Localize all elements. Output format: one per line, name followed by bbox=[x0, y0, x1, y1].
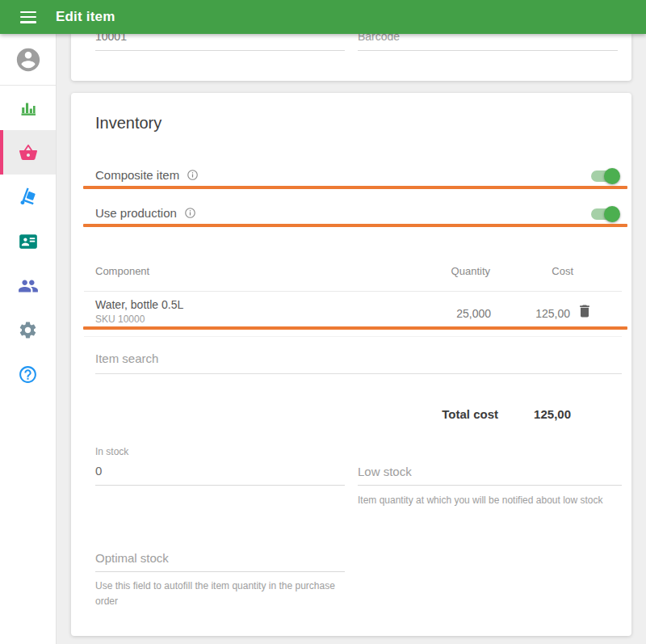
low-stock-underline bbox=[358, 485, 622, 486]
inventory-card: Inventory Composite item Use production bbox=[71, 93, 631, 636]
info-icon[interactable] bbox=[184, 207, 196, 219]
low-stock-helper: Item quantity at which you will be notif… bbox=[358, 493, 636, 508]
bar-chart-icon bbox=[19, 99, 38, 118]
sidebar-item-reports[interactable] bbox=[0, 86, 56, 130]
contact-card-icon bbox=[18, 231, 39, 252]
optimal-stock-underline bbox=[95, 571, 345, 572]
sidebar-item-employees[interactable] bbox=[0, 263, 56, 308]
column-header-component: Component bbox=[95, 265, 149, 277]
component-cost[interactable]: 125,00 bbox=[535, 307, 570, 320]
help-icon bbox=[18, 364, 38, 385]
sidebar-item-inventory-management[interactable] bbox=[0, 175, 56, 219]
gear-icon bbox=[18, 320, 38, 340]
component-sku: SKU 10000 bbox=[95, 314, 145, 325]
column-header-quantity: Quantity bbox=[451, 265, 490, 277]
item-details-card: 10001 Barcode bbox=[71, 34, 631, 81]
annotation-line-production bbox=[83, 224, 627, 227]
item-search-underline bbox=[95, 373, 622, 374]
use-production-toggle[interactable] bbox=[591, 206, 620, 222]
optimal-stock-helper: Use this field to autofill the item quan… bbox=[95, 579, 355, 608]
app-header: Edit item bbox=[0, 0, 646, 34]
in-stock-underline bbox=[95, 485, 345, 486]
main-content: 10001 Barcode Inventory Composite item U… bbox=[57, 34, 646, 644]
annotation-line-composite bbox=[83, 186, 627, 189]
component-quantity[interactable]: 25,000 bbox=[456, 307, 491, 320]
use-production-label: Use production bbox=[95, 206, 177, 220]
low-stock-input[interactable]: Low stock bbox=[358, 465, 412, 478]
page-title: Edit item bbox=[56, 9, 115, 25]
sku-field[interactable]: 10001 bbox=[95, 34, 127, 43]
shopping-basket-icon bbox=[19, 143, 38, 162]
account-circle-icon bbox=[15, 46, 42, 74]
barcode-field-underline bbox=[358, 50, 618, 51]
sidebar-item-items[interactable] bbox=[0, 130, 56, 175]
in-stock-label: In stock bbox=[95, 446, 128, 457]
hamburger-icon[interactable] bbox=[20, 11, 36, 23]
table-divider bbox=[84, 291, 622, 292]
total-cost-label: Total cost bbox=[442, 407, 498, 421]
composite-item-label: Composite item bbox=[95, 168, 179, 182]
sidebar bbox=[0, 34, 57, 644]
info-icon[interactable] bbox=[187, 169, 199, 181]
trash-icon bbox=[577, 303, 593, 319]
in-stock-input[interactable]: 0 bbox=[95, 464, 102, 478]
barcode-field[interactable]: Barcode bbox=[358, 34, 400, 43]
column-header-cost: Cost bbox=[552, 265, 573, 277]
sidebar-item-customers[interactable] bbox=[0, 219, 56, 263]
annotation-line-component bbox=[83, 326, 627, 330]
item-search-input[interactable]: Item search bbox=[95, 351, 158, 365]
inventory-section-title: Inventory bbox=[95, 114, 162, 133]
hand-truck-icon bbox=[18, 187, 39, 208]
row-divider bbox=[84, 336, 622, 337]
people-icon bbox=[18, 276, 39, 297]
delete-component-button[interactable] bbox=[577, 303, 593, 322]
composite-item-toggle[interactable] bbox=[591, 168, 620, 184]
optimal-stock-input[interactable]: Optimal stock bbox=[95, 551, 169, 565]
sidebar-item-settings[interactable] bbox=[0, 308, 56, 352]
composite-item-row: Composite item bbox=[95, 168, 199, 182]
sku-field-underline bbox=[95, 50, 345, 51]
use-production-row: Use production bbox=[95, 206, 196, 220]
component-name: Water, bottle 0.5L bbox=[95, 298, 183, 311]
sidebar-item-account[interactable] bbox=[0, 34, 56, 86]
sidebar-item-help[interactable] bbox=[0, 352, 56, 397]
total-cost-value: 125,00 bbox=[534, 407, 571, 421]
